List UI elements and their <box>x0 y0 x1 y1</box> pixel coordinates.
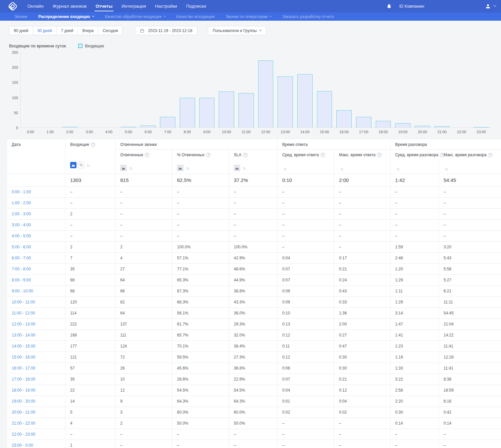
subnav-item-4[interactable]: Звонки по операторам <box>226 14 271 19</box>
x-axis-tick: 17:00 <box>354 130 373 134</box>
app-logo-icon[interactable] <box>7 1 18 12</box>
cell-value: 9 <box>116 396 172 407</box>
hour-range-link[interactable]: 7:00 - 8:00 <box>12 267 31 271</box>
users-groups-dropdown[interactable]: Пользователи и Группы <box>208 26 266 35</box>
subnav-item-5[interactable]: Заказать разработку отчета <box>282 14 334 19</box>
period-button-4[interactable]: Сегодня <box>98 26 123 35</box>
cell-value: – <box>390 231 439 242</box>
sort-icon[interactable]: ↑↓ <box>87 163 90 168</box>
cell-value: 1:36 <box>334 308 390 319</box>
cell-value: 10 <box>116 374 172 385</box>
period-button-3[interactable]: Вчера <box>78 26 98 35</box>
chart-view-toggle-icon[interactable] <box>120 165 127 171</box>
help-icon[interactable]: ? <box>243 153 247 157</box>
cell-value: – <box>229 231 278 242</box>
help-icon[interactable]: ? <box>377 153 381 157</box>
table-row-6: 6:00 - 7:007457.1%42.9%0:040:172:485:43 <box>7 253 501 264</box>
cell-value: – <box>278 418 334 429</box>
nav-item-2[interactable]: Отчеты <box>96 0 112 12</box>
hour-range-link[interactable]: 12:00 - 13:00 <box>12 322 35 326</box>
hour-range-link[interactable]: 19:00 - 20:00 <box>12 399 35 404</box>
hour-range-link[interactable]: 16:00 - 17:00 <box>12 366 35 371</box>
summary-incoming: 1303 <box>65 174 116 187</box>
hour-range-link[interactable]: 5:00 - 6:00 <box>12 245 31 249</box>
hour-range-link[interactable]: 2:00 - 3:00 <box>12 212 31 216</box>
cell-value: – <box>229 187 278 198</box>
cell-value: 60.0% <box>172 407 229 418</box>
period-segmented-control: 90 дней30 дней7 днейВчераСегодня <box>9 26 123 35</box>
date-range-picker[interactable]: 2023-11-19 - 2023-12-18 <box>135 26 197 35</box>
cell-hour-range: 16:00 - 17:00 <box>7 363 65 374</box>
hour-range-link[interactable]: 21:00 - 22:00 <box>12 421 35 426</box>
period-button-2[interactable]: 7 дней <box>56 26 78 35</box>
subnav-item-0[interactable]: Звонки <box>14 14 27 19</box>
bar-13:00 <box>278 76 293 128</box>
sort-icon[interactable]: ↑↓ <box>242 166 245 171</box>
hour-range-link[interactable]: 22:00 - 23:00 <box>12 432 35 437</box>
x-axis-tick: 16:00 <box>334 130 354 134</box>
hour-range-link[interactable]: 1:00 - 2:00 <box>12 201 31 205</box>
cell-value: – <box>390 429 439 440</box>
cell-hour-range: 9:00 - 10:00 <box>7 286 65 297</box>
cell-value: 1:33 <box>390 363 439 374</box>
user-menu[interactable] <box>485 3 496 9</box>
cell-value: – <box>439 440 501 448</box>
help-icon[interactable]: ? <box>91 143 95 147</box>
hour-range-link[interactable]: 13:00 - 14:00 <box>12 333 35 338</box>
percent-view-toggle-icon[interactable]: % <box>78 162 84 168</box>
nav-item-5[interactable]: Подписки <box>186 0 206 12</box>
hour-range-link[interactable]: 18:00 - 19:00 <box>12 388 35 393</box>
hour-range-link[interactable]: 15:00 - 16:00 <box>12 355 35 360</box>
hour-range-link[interactable]: 23:00 - 0:00 <box>12 443 33 448</box>
hour-range-link[interactable]: 4:00 - 5:00 <box>12 234 31 238</box>
y-axis-tick: 50 <box>14 111 18 115</box>
hour-range-link[interactable]: 8:00 - 9:00 <box>12 278 31 282</box>
cell-value: 26 <box>116 363 172 374</box>
help-icon[interactable]: ? <box>206 153 210 157</box>
sort-icon[interactable]: ↑↓ <box>445 166 448 171</box>
hour-range-link[interactable]: 14:00 - 15:00 <box>12 344 35 349</box>
sort-icon[interactable]: ↑↓ <box>283 166 286 171</box>
table-row-3: 3:00 - 4:00–––––––– <box>7 220 501 231</box>
hour-range-link[interactable]: 20:00 - 21:00 <box>12 410 35 415</box>
hour-range-link[interactable]: 9:00 - 10:00 <box>12 289 33 293</box>
help-icon[interactable]: ? <box>488 153 492 157</box>
sort-icon[interactable]: ↑↓ <box>396 166 399 171</box>
period-button-1[interactable]: 30 дней <box>33 26 57 35</box>
hour-range-link[interactable]: 10:00 - 11:00 <box>12 300 35 304</box>
nav-item-4[interactable]: Настройки <box>155 0 177 12</box>
help-icon[interactable]: ? <box>321 153 325 157</box>
cell-value: – <box>278 198 334 209</box>
chart-slot-13:00: 13:00 <box>276 52 295 128</box>
period-button-0[interactable]: 90 дней <box>9 26 33 35</box>
nav-item-0[interactable]: Онлайн <box>27 0 43 12</box>
chart-view-toggle-icon[interactable] <box>234 165 240 171</box>
cell-value: 1:59 <box>390 242 439 253</box>
cell-value: 50.0% <box>229 418 278 429</box>
notifications-bell-icon[interactable] <box>386 3 392 9</box>
cell-value: 0:04 <box>278 253 334 264</box>
chart-view-toggle-icon[interactable] <box>177 165 183 171</box>
hour-range-link[interactable]: 11:00 - 12:00 <box>12 311 35 315</box>
hour-range-link[interactable]: 17:00 - 18:00 <box>12 377 35 382</box>
nav-item-1[interactable]: Журнал звонков <box>52 0 87 12</box>
hour-range-link[interactable]: 6:00 - 7:00 <box>12 256 31 260</box>
col-header-answered: Отвеченные? ↑↓ <box>116 150 172 174</box>
help-icon[interactable]: ? <box>145 153 149 157</box>
cell-value: – <box>116 198 172 209</box>
hour-range-link[interactable]: 3:00 - 4:00 <box>12 223 31 227</box>
chart-view-toggle-icon[interactable] <box>70 162 76 168</box>
subnav-item-2[interactable]: Качество обработки входящих <box>105 14 165 19</box>
sort-icon[interactable]: ↑↓ <box>186 166 189 171</box>
sort-icon[interactable]: ↑↓ <box>129 166 132 171</box>
cell-value: 3:14 <box>390 308 439 319</box>
hour-range-link[interactable]: 0:00 - 1:00 <box>12 190 31 194</box>
legend-item-incoming[interactable]: Входящие <box>78 44 104 48</box>
sort-icon[interactable]: ↑↓ <box>340 166 343 171</box>
company-id-value <box>428 4 481 9</box>
nav-item-3[interactable]: Интеграция <box>122 0 146 12</box>
subnav-item-3[interactable]: Качество исходящих <box>176 14 215 19</box>
subnav-item-1[interactable]: Распределение входящих <box>38 14 94 19</box>
x-axis-tick: 11:00 <box>236 130 256 134</box>
cell-value: 6:21 <box>439 286 501 297</box>
